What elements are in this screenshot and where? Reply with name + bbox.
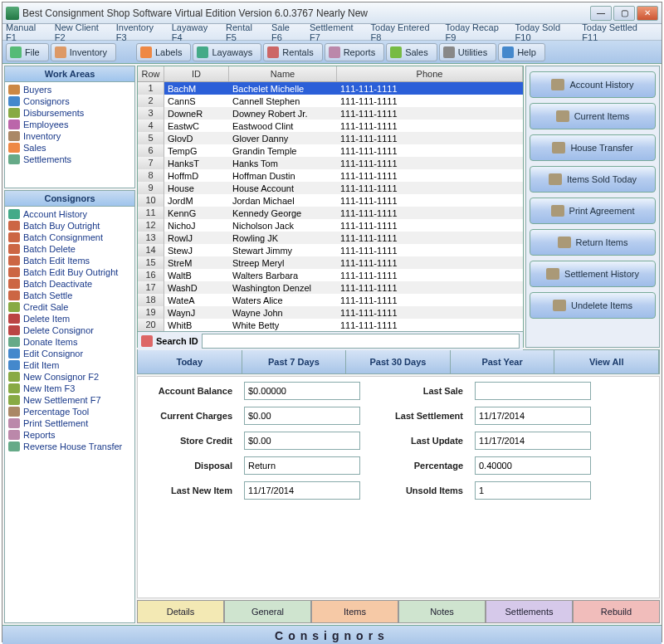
consignor-item[interactable]: Reverse House Transfer — [7, 441, 133, 452]
consignor-item[interactable]: Edit Item — [7, 359, 133, 371]
form-input-current-charges[interactable] — [244, 407, 360, 425]
table-row[interactable]: 13RowlJRowling JK111-111-1111 — [138, 232, 523, 244]
filter-today[interactable]: Today — [138, 350, 242, 373]
consignor-item[interactable]: Delete Consignor — [7, 324, 133, 336]
filter-past-7-days[interactable]: Past 7 Days — [242, 350, 347, 373]
table-row[interactable]: 15StreMStreep Meryl111-111-1111 — [138, 256, 523, 269]
form-input-last-settlement[interactable] — [475, 407, 591, 425]
table-row[interactable]: 16WaltBWalters Barbara111-111-1111 — [138, 269, 523, 281]
consignor-item[interactable]: Credit Sale — [7, 301, 133, 313]
consignor-item[interactable]: Reports — [7, 429, 133, 441]
toolbar-sales[interactable]: Sales — [386, 43, 437, 61]
table-row[interactable]: 10JordMJordan Michael111-111-1111 — [138, 194, 523, 207]
menu-item[interactable]: Layaway F4 — [172, 22, 216, 42]
menu-item[interactable]: Sale F6 — [271, 22, 300, 42]
consignor-item[interactable]: Batch Deactivate — [7, 278, 133, 290]
form-input-store-credit[interactable] — [244, 432, 360, 450]
consignor-item[interactable]: Batch Edit Items — [7, 255, 133, 266]
search-input[interactable] — [202, 334, 520, 349]
toolbar-labels[interactable]: Labels — [136, 43, 191, 61]
form-input-last-new-item[interactable] — [244, 481, 360, 500]
col-id[interactable]: ID — [164, 66, 229, 81]
work-area-item[interactable]: Inventory — [7, 130, 133, 142]
toolbar-utilities[interactable]: Utilities — [439, 43, 496, 61]
menu-item[interactable]: Today Settled F11 — [582, 22, 648, 42]
form-input-last-sale[interactable] — [475, 382, 591, 400]
action-account-history[interactable]: Account History — [530, 71, 656, 98]
table-row[interactable]: 20WhitBWhite Betty111-111-1111 — [138, 319, 523, 331]
menu-item[interactable]: Today Recap F9 — [446, 22, 505, 42]
consignor-item[interactable]: Batch Consignment — [7, 232, 133, 243]
filter-view-all[interactable]: View All — [554, 350, 659, 373]
consignor-item[interactable]: Donate Items — [7, 336, 133, 348]
toolbar-rentals[interactable]: Rentals — [263, 43, 322, 61]
tab-items[interactable]: Items — [311, 600, 398, 623]
table-row[interactable]: 5GlovDGlover Danny111-111-1111 — [138, 132, 523, 144]
action-settlement-history[interactable]: Settlement History — [530, 261, 656, 287]
consignor-item[interactable]: Percentage Tool — [7, 406, 133, 417]
close-button[interactable]: ✕ — [637, 6, 658, 21]
work-area-item[interactable]: Sales — [7, 142, 133, 154]
table-row[interactable]: 8HoffmDHoffman Dustin111-111-1111 — [138, 169, 523, 182]
table-row[interactable]: 6TempGGrandin Temple111-111-1111 — [138, 144, 523, 157]
action-items-sold-today[interactable]: Items Sold Today — [530, 166, 656, 193]
consignor-item[interactable]: New Consignor F2 — [7, 371, 133, 383]
tab-rebuild[interactable]: Rebuild — [573, 600, 660, 623]
table-row[interactable]: 7HanksTHanks Tom111-111-1111 — [138, 157, 523, 169]
consignor-item[interactable]: Batch Edit Buy Outright — [7, 266, 133, 278]
work-area-item[interactable]: Employees — [7, 119, 133, 130]
consignor-item[interactable]: New Item F3 — [7, 383, 133, 394]
toolbar-layaways[interactable]: Layaways — [193, 43, 261, 61]
table-row[interactable]: 1BachMBachelet Michelle111-111-1111 — [138, 82, 523, 95]
table-row[interactable]: 2CannSCannell Stephen111-111-1111 — [138, 95, 523, 107]
table-row[interactable]: 14StewJStewart Jimmy111-111-1111 — [138, 244, 523, 256]
action-undelete-items[interactable]: Undelete Items — [530, 292, 656, 319]
tab-notes[interactable]: Notes — [398, 600, 486, 623]
table-row[interactable]: 17WashDWashington Denzel111-111-1111 — [138, 281, 523, 294]
menu-item[interactable]: Inventory F3 — [116, 22, 162, 42]
table-row[interactable]: 19WaynJWayne John111-111-1111 — [138, 306, 523, 319]
work-area-item[interactable]: Consignors — [7, 95, 133, 107]
filter-past-30-days[interactable]: Past 30 Days — [346, 350, 451, 373]
table-row[interactable]: 3DowneRDowney Robert Jr.111-111-1111 — [138, 107, 523, 120]
table-row[interactable]: 4EastwCEastwood Clint111-111-1111 — [138, 120, 523, 132]
maximize-button[interactable]: ▢ — [613, 6, 635, 21]
work-area-item[interactable]: Buyers — [7, 84, 133, 95]
action-house-transfer[interactable]: House Transfer — [530, 134, 656, 161]
consignor-item[interactable]: Delete Item — [7, 313, 133, 324]
table-row[interactable]: 18WateAWaters Alice111-111-1111 — [138, 294, 523, 306]
work-area-item[interactable]: Settlements — [7, 154, 133, 165]
consignor-item[interactable]: Batch Settle — [7, 290, 133, 301]
consignor-item[interactable]: Edit Consignor — [7, 348, 133, 359]
form-input-unsold-items[interactable] — [475, 481, 591, 500]
table-row[interactable]: 12NichoJNicholson Jack111-111-1111 — [138, 219, 523, 232]
menu-item[interactable]: Settlement F7 — [310, 22, 361, 42]
toolbar-inventory[interactable]: Inventory — [51, 43, 116, 61]
form-input-disposal[interactable] — [244, 456, 360, 475]
data-grid[interactable]: Row ID Name Phone 1BachMBachelet Michell… — [137, 66, 524, 348]
consignor-item[interactable]: New Settlement F7 — [7, 394, 133, 406]
tab-details[interactable]: Details — [137, 600, 224, 623]
col-row[interactable]: Row — [138, 66, 164, 81]
menu-item[interactable]: Manual F1 — [6, 22, 45, 42]
form-input-percentage[interactable] — [475, 456, 591, 475]
menu-item[interactable]: Rental F5 — [226, 22, 261, 42]
form-input-account-balance[interactable] — [244, 382, 360, 400]
tab-settlements[interactable]: Settlements — [486, 600, 573, 623]
action-print-agreement[interactable]: Print Agreement — [530, 198, 656, 224]
toolbar-help[interactable]: Help — [498, 43, 545, 61]
consignor-item[interactable]: Print Settlement — [7, 417, 133, 429]
filter-past-year[interactable]: Past Year — [451, 350, 555, 373]
toolbar-reports[interactable]: Reports — [325, 43, 385, 61]
grid-body[interactable]: 1BachMBachelet Michelle111-111-11112Cann… — [138, 82, 523, 331]
table-row[interactable]: 11KennGKennedy George111-111-1111 — [138, 207, 523, 219]
table-row[interactable]: 9HouseHouse Account111-111-1111 — [138, 182, 523, 194]
menu-item[interactable]: Today Sold F10 — [515, 22, 573, 42]
work-area-item[interactable]: Disbursements — [7, 107, 133, 119]
consignor-item[interactable]: Batch Delete — [7, 243, 133, 255]
col-name[interactable]: Name — [229, 66, 337, 81]
menu-item[interactable]: New Client F2 — [55, 22, 106, 42]
tab-general[interactable]: General — [224, 600, 311, 623]
action-return-items[interactable]: Return Items — [530, 229, 656, 256]
consignor-item[interactable]: Account History — [7, 208, 133, 220]
